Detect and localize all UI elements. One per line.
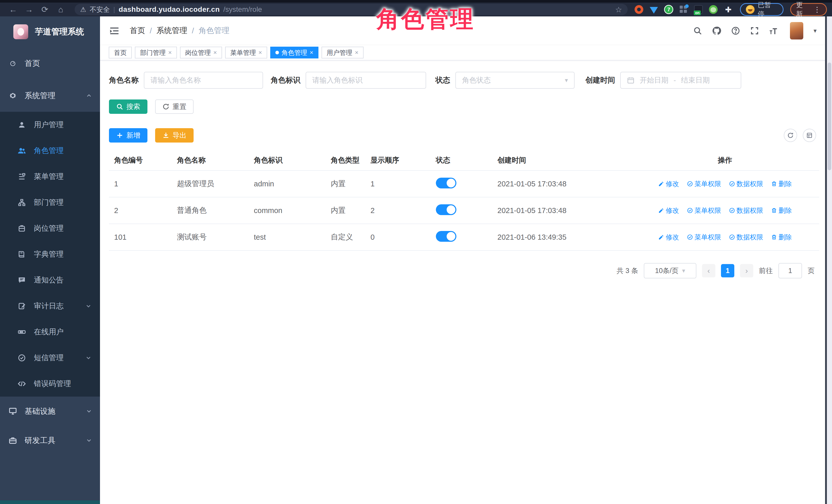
extension-dark-icon[interactable]: on — [693, 4, 704, 15]
end-date-placeholder[interactable]: 结束日期 — [681, 75, 710, 85]
tag-home[interactable]: 首页 — [109, 47, 132, 58]
tag-dept[interactable]: 部门管理× — [135, 47, 177, 58]
sidebar-item-menu-mgmt[interactable]: 菜单管理 — [0, 164, 100, 189]
status-select[interactable]: 角色状态 ▾ — [456, 72, 575, 89]
sidebar-item-home[interactable]: 首页 — [0, 47, 100, 79]
goto-page-input[interactable] — [778, 263, 802, 278]
sidebar-item-user-mgmt[interactable]: 用户管理 — [0, 112, 100, 138]
extension-gem-icon[interactable] — [649, 4, 659, 15]
sidebar-item-dict-mgmt[interactable]: 字典管理 — [0, 241, 100, 267]
github-icon[interactable] — [711, 26, 722, 36]
delete-link[interactable]: 删除 — [771, 233, 792, 242]
hamburger-icon[interactable] — [109, 25, 120, 36]
status-toggle[interactable] — [436, 178, 457, 188]
export-button[interactable]: 导出 — [155, 128, 193, 142]
bookmark-star-icon[interactable]: ☆ — [615, 5, 622, 14]
menu-permission-link[interactable]: 菜单权限 — [687, 180, 721, 188]
edit-link[interactable]: 修改 — [658, 206, 679, 215]
data-permission-link[interactable]: 数据权限 — [729, 233, 763, 242]
kebab-menu-icon[interactable]: ⋮ — [813, 5, 821, 14]
role-name-input[interactable] — [144, 72, 263, 89]
role-sort: 1 — [365, 180, 431, 188]
chevron-down-icon — [85, 303, 92, 310]
tag-user[interactable]: 用户管理× — [321, 47, 364, 58]
user-icon — [17, 121, 27, 129]
close-icon[interactable]: × — [355, 49, 359, 56]
home-icon[interactable]: ⌂ — [54, 4, 68, 15]
delete-link[interactable]: 删除 — [771, 180, 792, 188]
online-users-icon — [17, 328, 27, 336]
status-toggle[interactable] — [436, 231, 457, 242]
close-icon[interactable]: × — [213, 49, 217, 56]
sidebar-item-error-code[interactable]: 错误码管理 — [0, 371, 100, 397]
role-key: common — [249, 206, 326, 215]
address-bar[interactable]: ⚠ 不安全 | dashboard.yudao.iocoder.cn/syste… — [75, 4, 628, 15]
avatar-caret-icon[interactable]: ▾ — [813, 27, 816, 34]
chrome-update-button[interactable]: 更新 ⋮ — [790, 3, 827, 16]
tag-post[interactable]: 岗位管理× — [180, 47, 222, 58]
sidebar-item-audit-log[interactable]: 审计日志 — [0, 293, 100, 319]
column-settings-button[interactable] — [803, 129, 816, 142]
extension-monkey-icon[interactable] — [708, 4, 719, 15]
search-icon[interactable] — [693, 26, 703, 36]
sidebar-item-role-mgmt[interactable]: 角色管理 — [0, 138, 100, 164]
page-size-select[interactable]: 10条/页 ▾ — [644, 263, 696, 278]
sidebar-item-online-users[interactable]: 在线用户 — [0, 319, 100, 345]
menu-permission-link[interactable]: 菜单权限 — [687, 206, 721, 215]
paused-profile-chip[interactable]: 已暂停 — [740, 3, 783, 16]
role-key-input[interactable] — [306, 72, 426, 89]
edit-link[interactable]: 修改 — [658, 180, 679, 188]
sidebar-item-dept-mgmt[interactable]: 部门管理 — [0, 189, 100, 215]
role-name-field[interactable] — [151, 76, 256, 84]
data-permission-link[interactable]: 数据权限 — [729, 206, 763, 215]
status-toggle[interactable] — [436, 204, 457, 215]
next-page-button[interactable]: › — [740, 264, 753, 277]
refresh-table-button[interactable] — [784, 129, 797, 142]
chevron-up-icon — [86, 92, 92, 99]
close-icon[interactable]: × — [168, 49, 172, 56]
edit-link[interactable]: 修改 — [658, 233, 679, 242]
forward-icon[interactable]: → — [22, 4, 36, 15]
fullscreen-icon[interactable] — [749, 26, 760, 36]
add-button[interactable]: 新增 — [109, 128, 148, 142]
tag-role-active[interactable]: 角色管理× — [270, 47, 318, 58]
sidebar-item-system[interactable]: 系统管理 — [0, 79, 100, 112]
extensions-puzzle-icon[interactable]: ✚ — [723, 4, 733, 15]
sidebar-item-infrastructure[interactable]: 基础设施 — [0, 397, 100, 426]
sidebar-item-post-mgmt[interactable]: 岗位管理 — [0, 215, 100, 241]
scrollbar-track[interactable] — [827, 17, 832, 504]
help-icon[interactable] — [730, 26, 741, 36]
search-button[interactable]: 搜索 — [109, 100, 148, 114]
breadcrumb-system[interactable]: 系统管理 — [156, 25, 187, 36]
system-submenu: 用户管理 角色管理 菜单管理 部门管理 岗位管理 字典管理 — [0, 112, 100, 397]
role-key-field[interactable] — [312, 76, 419, 84]
close-icon[interactable]: × — [310, 49, 313, 56]
tag-menu[interactable]: 菜单管理× — [225, 47, 267, 58]
refresh-icon[interactable]: ⟳ — [38, 4, 52, 15]
current-page-button[interactable]: 1 — [721, 264, 734, 277]
sidebar-item-dev-tools[interactable]: 研发工具 — [0, 426, 100, 455]
extension-grid-icon[interactable] — [678, 4, 689, 15]
user-avatar[interactable] — [790, 22, 803, 39]
menu-permission-link[interactable]: 菜单权限 — [687, 233, 721, 242]
app-logo-row[interactable]: 芋道管理系统 — [0, 17, 100, 47]
close-icon[interactable]: × — [258, 49, 262, 56]
prev-page-button[interactable]: ‹ — [702, 264, 716, 277]
back-icon[interactable]: ← — [6, 4, 20, 15]
extension-adguard-icon[interactable]: 7 — [664, 4, 674, 15]
font-size-icon[interactable] — [769, 26, 779, 36]
breadcrumb-home[interactable]: 首页 — [130, 25, 145, 36]
reset-button[interactable]: 重置 — [155, 100, 193, 114]
role-name: 普通角色 — [172, 205, 249, 216]
browser-top-strip — [0, 0, 832, 3]
data-permission-link[interactable]: 数据权限 — [729, 180, 763, 188]
scrollbar-thumb[interactable] — [828, 62, 831, 170]
sidebar-item-notice[interactable]: 通知公告 — [0, 267, 100, 293]
delete-link[interactable]: 删除 — [771, 206, 792, 215]
role-key: admin — [249, 180, 326, 188]
start-date-placeholder[interactable]: 开始日期 — [640, 75, 669, 85]
extension-orange-icon[interactable] — [634, 4, 644, 15]
date-range-picker[interactable]: 开始日期 - 结束日期 — [620, 72, 741, 89]
sidebar-item-sms-mgmt[interactable]: 短信管理 — [0, 345, 100, 371]
row-actions: 修改 菜单权限 数据权限 删除 — [658, 206, 792, 215]
